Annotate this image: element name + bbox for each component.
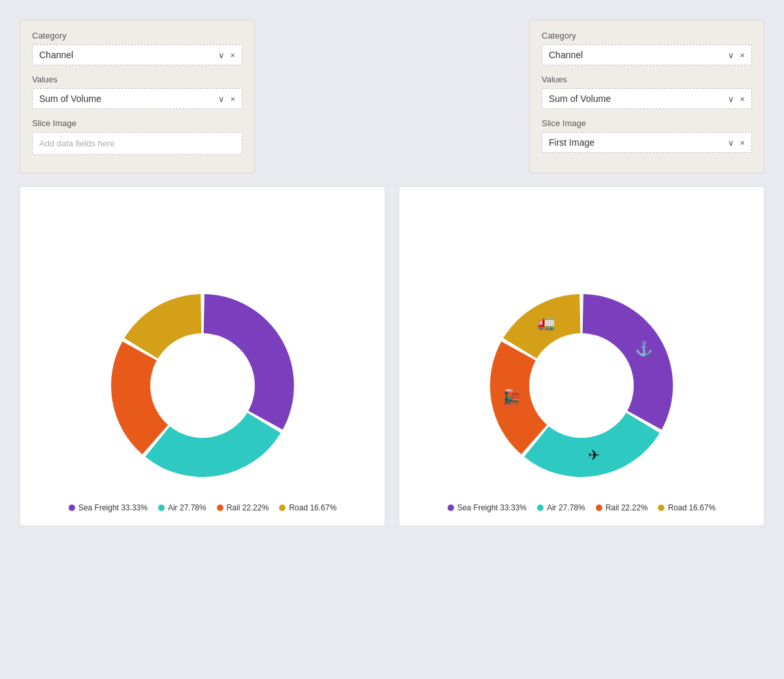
legend-label: Air 27.78% (547, 503, 585, 512)
right-values-close-icon[interactable]: × (740, 94, 745, 104)
left-values-chevron-icon[interactable]: ∨ (218, 94, 225, 104)
donut-segment-sea-freight[interactable] (204, 294, 294, 429)
left-category-select[interactable]: Channel ∨ × (32, 44, 242, 65)
slice-icon-road: 🚛 (537, 314, 555, 331)
right-category-close-icon[interactable]: × (740, 50, 745, 60)
left-slice-label: Slice Image (32, 118, 242, 128)
right-slice-chevron-icon[interactable]: ∨ (728, 138, 734, 148)
legend-label: Sea Freight 33.33% (78, 503, 148, 512)
donut-segment-sea-freight[interactable] (583, 294, 673, 429)
right-slice-value: First Image (549, 137, 728, 148)
right-category-chevron-icon[interactable]: ∨ (728, 50, 734, 60)
left-category-label: Category (32, 31, 242, 41)
legend-item: Rail 22.22% (596, 503, 648, 512)
legend-item: Air 27.78% (537, 503, 585, 512)
legend-dot (158, 505, 165, 511)
legend-item: Road 16.67% (658, 503, 715, 512)
left-config-panel: Category Channel ∨ × Values Sum of Volum… (20, 20, 255, 173)
legend-dot (596, 505, 602, 511)
slice-icon-air: ✈ (588, 447, 600, 463)
right-category-select[interactable]: Channel ∨ × (542, 44, 752, 65)
top-spacer (268, 20, 516, 173)
legend-dot (537, 505, 544, 511)
left-category-chevron-icon[interactable]: ∨ (218, 50, 225, 60)
legend-item: Sea Freight 33.33% (69, 503, 148, 512)
left-slice-add[interactable]: Add data fields here (32, 132, 242, 155)
left-values-close-icon[interactable]: × (230, 94, 235, 104)
left-values-select[interactable]: Sum of Volume ∨ × (32, 88, 242, 109)
legend-label: Sea Freight 33.33% (457, 503, 527, 512)
legend-item: Sea Freight 33.33% (448, 503, 527, 512)
legend-item: Road 16.67% (279, 503, 336, 512)
donut-segment-road[interactable] (124, 294, 201, 359)
left-chart-container (98, 281, 307, 490)
legend-label: Air 27.78% (168, 503, 206, 512)
right-category-value: Channel (549, 50, 728, 60)
legend-label: Road 16.67% (668, 503, 715, 512)
right-chart-panel: ⚓✈🚂🚛 Sea Freight 33.33%Air 27.78%Rail 22… (399, 186, 764, 526)
donut-segment-air[interactable] (524, 412, 659, 477)
left-category-value: Channel (39, 50, 218, 60)
bottom-row: Sea Freight 33.33%Air 27.78%Rail 22.22%R… (20, 186, 764, 526)
right-values-label: Values (542, 75, 752, 84)
left-values-value: Sum of Volume (39, 93, 218, 104)
donut-segment-rail[interactable] (111, 342, 168, 455)
slice-icon-rail: 🚂 (502, 388, 520, 406)
legend-dot (279, 505, 286, 511)
right-category-label: Category (542, 31, 752, 41)
right-legend: Sea Freight 33.33%Air 27.78%Rail 22.22%R… (448, 503, 715, 512)
legend-item: Rail 22.22% (217, 503, 269, 512)
right-values-value: Sum of Volume (549, 93, 728, 104)
left-donut-chart (98, 281, 307, 490)
right-chart-container: ⚓✈🚂🚛 (477, 281, 686, 490)
legend-label: Rail 22.22% (227, 503, 269, 512)
right-slice-label: Slice Image (542, 118, 752, 128)
legend-label: Rail 22.22% (606, 503, 648, 512)
main-layout: Category Channel ∨ × Values Sum of Volum… (20, 20, 764, 526)
legend-dot (448, 505, 454, 511)
legend-label: Road 16.67% (289, 503, 336, 512)
slice-icon-sea-freight: ⚓ (635, 340, 653, 357)
left-legend: Sea Freight 33.33%Air 27.78%Rail 22.22%R… (69, 503, 336, 512)
top-row: Category Channel ∨ × Values Sum of Volum… (20, 20, 764, 173)
right-slice-select[interactable]: First Image ∨ × (542, 132, 752, 153)
legend-dot (69, 505, 75, 511)
left-values-label: Values (32, 75, 242, 84)
right-config-panel: Category Channel ∨ × Values Sum of Volum… (529, 20, 764, 173)
legend-dot (217, 505, 223, 511)
left-chart-panel: Sea Freight 33.33%Air 27.78%Rail 22.22%R… (20, 186, 385, 526)
right-donut-chart: ⚓✈🚂🚛 (477, 281, 686, 490)
donut-segment-air[interactable] (145, 412, 280, 477)
left-category-close-icon[interactable]: × (230, 50, 235, 60)
legend-dot (658, 505, 664, 511)
right-slice-close-icon[interactable]: × (740, 138, 745, 148)
legend-item: Air 27.78% (158, 503, 206, 512)
right-values-select[interactable]: Sum of Volume ∨ × (542, 88, 752, 109)
right-values-chevron-icon[interactable]: ∨ (728, 94, 734, 104)
